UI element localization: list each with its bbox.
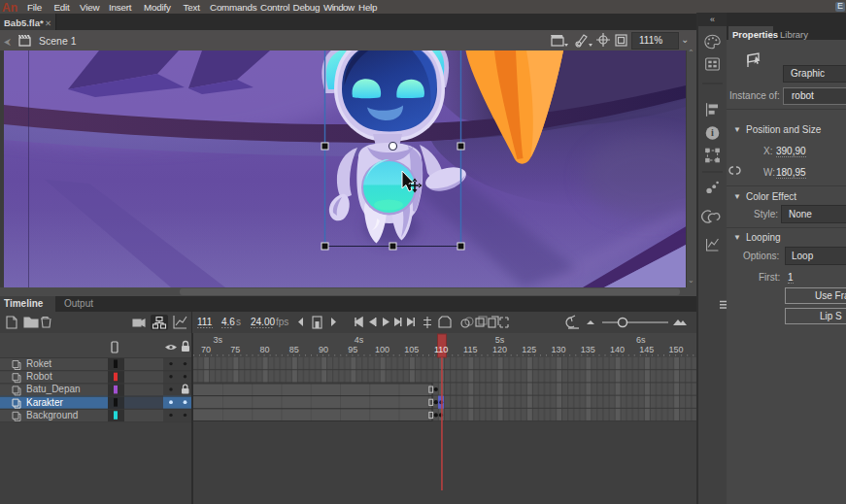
svg-text:150: 150 [669, 345, 684, 354]
svg-text:3s: 3s [213, 335, 222, 345]
svg-text:115: 115 [463, 345, 477, 354]
svg-text:i: i [711, 127, 714, 138]
svg-text:Background: Background [26, 410, 78, 420]
svg-text:80: 80 [260, 345, 270, 354]
svg-text:Karakter: Karakter [26, 397, 63, 408]
svg-text:Batu_Depan: Batu_Depan [26, 384, 81, 394]
svg-text:fps: fps [276, 317, 288, 327]
svg-text:70: 70 [201, 345, 211, 354]
svg-text:90: 90 [319, 345, 328, 354]
svg-text:75: 75 [230, 345, 240, 354]
svg-text:4s: 4s [355, 335, 364, 345]
svg-text:125: 125 [522, 345, 536, 354]
svg-text:100: 100 [375, 345, 389, 354]
svg-text:95: 95 [348, 345, 357, 354]
svg-text:85: 85 [289, 345, 299, 354]
svg-text:140: 140 [610, 345, 625, 354]
svg-text:120: 120 [492, 345, 507, 354]
svg-text:145: 145 [639, 345, 654, 354]
svg-text:111: 111 [197, 317, 213, 327]
svg-text:135: 135 [581, 345, 595, 354]
svg-text:110: 110 [434, 345, 448, 354]
svg-text:s: s [236, 317, 241, 327]
svg-text:4.6: 4.6 [221, 317, 235, 327]
svg-text:5s: 5s [495, 335, 505, 345]
svg-text:Roket: Roket [26, 358, 51, 369]
svg-text:6s: 6s [636, 335, 646, 345]
svg-text:105: 105 [404, 345, 419, 354]
svg-text:«: « [710, 15, 715, 24]
svg-text:130: 130 [552, 345, 566, 354]
svg-text:Robot: Robot [26, 371, 52, 382]
svg-text:24.00: 24.00 [251, 317, 275, 327]
